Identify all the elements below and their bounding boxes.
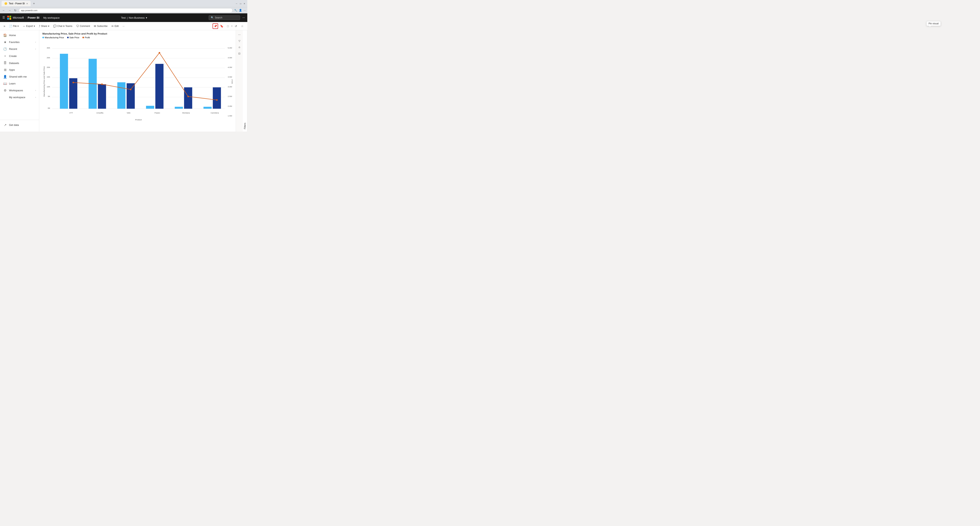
bar-carretera-mfg[interactable]	[204, 107, 212, 109]
sidebar-item-learn[interactable]: 📖 Learn	[0, 80, 39, 87]
sidebar-item-create[interactable]: ＋ Create	[0, 53, 39, 60]
comment-label: Comment	[80, 25, 90, 27]
forward-button[interactable]: →	[8, 8, 12, 12]
app: ⠿ Microsoft Power BI My workspace Test |…	[0, 13, 247, 132]
chat-label: Chat in Teams	[57, 25, 72, 27]
y-right-tick-4-5m: 4.5M	[228, 57, 232, 59]
visual-spotlight-button[interactable]: ⎋	[237, 45, 242, 50]
bar-carretera-sale[interactable]	[213, 88, 221, 109]
svg-rect-1	[10, 16, 11, 18]
minimize-button[interactable]: ─	[235, 2, 238, 5]
profit-dot-vtt	[72, 82, 74, 83]
filters-tab[interactable]: Filters	[243, 30, 247, 132]
browser-actions: 🔧 👤 ···	[234, 9, 246, 12]
refresh-visual-button[interactable]: ↺	[233, 23, 239, 29]
favorites-icon: ★	[3, 40, 7, 44]
subscribe-button[interactable]: ✉ Subscribe	[92, 24, 109, 29]
bar-velo-mfg[interactable]	[118, 82, 126, 108]
comment-button[interactable]: 🗨 Comment	[75, 24, 91, 29]
search-box[interactable]: 🔍 Search	[208, 15, 240, 20]
sidebar-item-workspaces[interactable]: ⚙ Workspaces ›	[0, 87, 39, 94]
share-button[interactable]: ⤴ Share ▾	[37, 24, 51, 29]
content-area: 🏠 Home ★ Favorites › 🕐 Recent › ＋ Create…	[0, 30, 247, 132]
y-left-tick-10k: 10K	[47, 86, 50, 88]
browser-more-button[interactable]: ···	[243, 9, 246, 12]
report-title-nav: Test | Non-Business ▾	[121, 16, 147, 19]
y-right-tick-5m: 5.0M	[228, 47, 232, 49]
expand-visual-button[interactable]: □	[225, 23, 231, 29]
profit-dot-paseo	[159, 52, 160, 54]
profit-dot-velo	[130, 89, 132, 90]
export-button[interactable]: ↔ Export ▾	[21, 24, 37, 29]
waffle-menu-icon[interactable]: ⠿	[2, 16, 5, 20]
sidebar-item-apps[interactable]: ⊞ Apps	[0, 66, 39, 73]
maximize-button[interactable]: ▭	[239, 2, 242, 5]
edit-button[interactable]: ✏ Edit	[110, 24, 120, 29]
sidebar-item-myworkspace[interactable]: My workspace ›	[0, 94, 39, 100]
create-label: Create	[9, 54, 17, 57]
share-dropdown-icon: ▾	[48, 25, 49, 27]
topnav-more-button[interactable]: ···	[242, 16, 245, 19]
pin-visual-button[interactable]: 📌	[213, 23, 218, 29]
filters-tab-label: Filters	[243, 123, 246, 129]
new-tab-button[interactable]: +	[32, 2, 36, 6]
main-content: Manufacturing Price, Sale Price and Prof…	[39, 30, 236, 132]
browser-addressbar: ← → ↻ app.powerbi.com 🔧 👤 ···	[0, 7, 247, 13]
focus-mode-button[interactable]: 🔖	[219, 23, 224, 29]
bar-paseo-sale[interactable]	[155, 64, 164, 108]
bar-paseo-mfg[interactable]	[146, 106, 154, 109]
visual-toolbar: ⋯ ▽ ⎋ ⊡	[236, 30, 243, 132]
bookmark-button[interactable]: ☆	[239, 23, 245, 29]
back-button[interactable]: ←	[2, 8, 6, 12]
toolbar-more-button[interactable]: ···	[121, 24, 126, 28]
browser-tab[interactable]: 🟡 Test - Power BI ✕	[2, 1, 30, 6]
sidebar-item-home[interactable]: 🏠 Home	[0, 32, 39, 39]
profile-button[interactable]: 👤	[239, 9, 242, 12]
bar-velo-sale[interactable]	[127, 83, 135, 109]
visual-filter-button[interactable]: ▽	[237, 38, 242, 44]
x-label-velo: Velo	[127, 112, 130, 114]
bar-montana-mfg[interactable]	[175, 107, 183, 109]
sidebar-item-datasets[interactable]: 🗄 Datasets	[0, 60, 39, 66]
legend-label-mfg: Manufacturing Price	[45, 36, 64, 39]
chat-in-teams-button[interactable]: 💬 Chat in Teams	[52, 24, 74, 29]
recent-arrow: ›	[35, 48, 36, 50]
file-button[interactable]: 📄 File ▾	[7, 24, 20, 29]
y-left-tick-5k: 5K	[48, 95, 50, 97]
export-label: Export	[26, 25, 33, 27]
workspaces-icon: ⚙	[3, 89, 7, 92]
bar-montana-sale[interactable]	[184, 88, 192, 109]
legend-label-profit: Profit	[85, 36, 90, 39]
workspace-name[interactable]: My workspace	[43, 16, 60, 19]
share-icon: ⤴	[39, 24, 40, 28]
shared-icon: 👤	[3, 75, 7, 78]
comment-icon: 🗨	[76, 24, 79, 28]
subscribe-icon: ✉	[94, 24, 96, 28]
sidebar-bottom: ↗ Get data	[0, 120, 39, 130]
myworkspace-label: My workspace	[9, 96, 25, 99]
bar-vtt-mfg[interactable]	[60, 54, 68, 109]
refresh-button[interactable]: ↻	[13, 8, 17, 12]
sidebar-item-favorites[interactable]: ★ Favorites ›	[0, 39, 39, 46]
legend-item-mfg: Manufacturing Price	[42, 36, 64, 39]
extensions-button[interactable]: 🔧	[234, 9, 237, 12]
create-icon: ＋	[3, 54, 7, 58]
close-window-button[interactable]: ✕	[243, 2, 246, 5]
center-area: Test | Non-Business ▾	[62, 16, 206, 19]
workspaces-label: Workspaces	[9, 89, 23, 92]
classification-dropdown-icon[interactable]: ▾	[146, 16, 147, 19]
sidebar-item-recent[interactable]: 🕐 Recent ›	[0, 46, 39, 53]
y-left-tick-30k: 30K	[47, 47, 50, 49]
home-icon: 🏠	[3, 33, 7, 37]
address-bar[interactable]: app.powerbi.com	[19, 8, 232, 13]
bar-amarilla-sale[interactable]	[98, 84, 106, 109]
datasets-icon: 🗄	[3, 61, 7, 65]
y-right-tick-1-5m: 1.5M	[228, 115, 232, 117]
sidebar-item-getdata[interactable]: ↗ Get data	[0, 121, 39, 128]
expand-button[interactable]: »	[2, 24, 6, 29]
sidebar-item-shared[interactable]: 👤 Shared with me	[0, 73, 39, 80]
expand-dropdown[interactable]: ▾	[231, 25, 232, 27]
tab-close-button[interactable]: ✕	[26, 3, 28, 5]
visual-more-button[interactable]: ⋯	[237, 32, 242, 37]
visual-export-button[interactable]: ⊡	[237, 51, 242, 56]
